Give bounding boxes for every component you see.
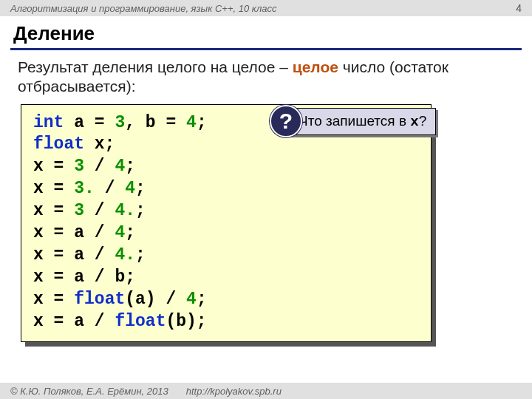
question-icon: ?	[270, 105, 302, 137]
page-title: Деление	[0, 16, 532, 48]
footer-url: http://kpolyakov.spb.ru	[186, 386, 282, 397]
question-callout: ? Что запишется в x?	[270, 105, 436, 137]
copyright: © К.Ю. Поляков, Е.А. Ерёмин, 2013	[10, 386, 168, 397]
lead-emph: целое	[293, 58, 338, 75]
title-rule	[10, 48, 522, 50]
code-box: int a = 3, b = 4; float x; x = 3 / 4; x …	[21, 104, 432, 343]
footer-strip: © К.Ю. Поляков, Е.А. Ерёмин, 2013 http:/…	[0, 383, 532, 399]
header-strip: Алгоритмизация и программирование, язык …	[0, 0, 532, 16]
question-text-post: ?	[419, 113, 427, 129]
lead-pre: Результат деления целого на целое –	[18, 58, 293, 75]
question-var: x	[410, 114, 418, 130]
page-number: 4	[516, 2, 522, 14]
question-text-pre: Что запишется в	[299, 113, 410, 129]
course-label: Алгоритмизация и программирование, язык …	[10, 3, 276, 14]
code-block: int a = 3, b = 4; float x; x = 3 / 4; x …	[21, 104, 432, 343]
lead-text: Результат деления целого на целое – цело…	[0, 58, 532, 104]
question-box: Что запишется в x?	[289, 108, 436, 135]
code-pre: int a = 3, b = 4; float x; x = 3 / 4; x …	[33, 112, 419, 333]
